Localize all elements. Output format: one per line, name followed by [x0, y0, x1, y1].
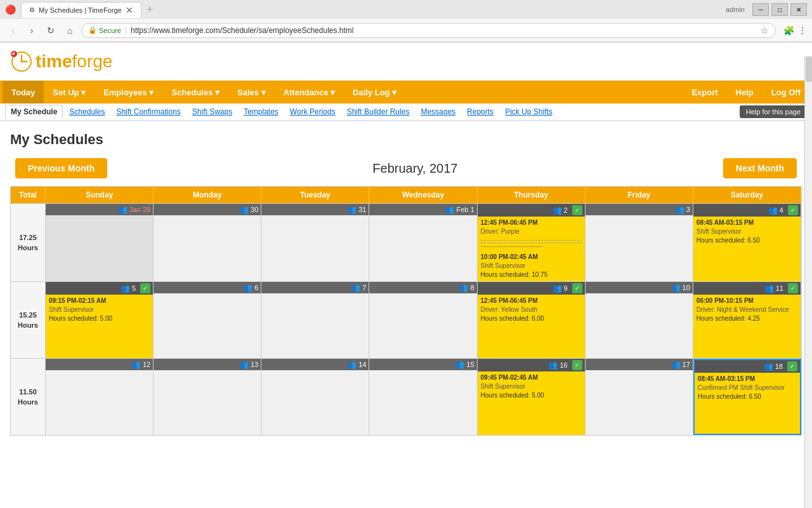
home-btn[interactable]: ⌂ — [62, 23, 77, 38]
people-icon-17: 👥 — [671, 360, 681, 369]
month-year-title: February, 2017 — [372, 161, 457, 176]
people-icon-2: 👥 — [553, 206, 562, 215]
day-11-header: 👥 11 ✓ — [693, 282, 801, 295]
subnav-my-schedule[interactable]: My Schedule — [5, 105, 63, 119]
nav-dailylog[interactable]: Daily Log ▾ — [344, 81, 405, 104]
minimize-btn[interactable]: ─ — [752, 3, 769, 16]
new-tab-btn[interactable]: + — [147, 3, 154, 17]
forward-btn[interactable]: › — [24, 23, 39, 38]
subnav-pickup-shifts[interactable]: Pick Up Shifts — [500, 105, 558, 119]
day-7-num: 7 — [362, 284, 366, 291]
day-8-header: 👥 8 — [369, 282, 476, 293]
day-feb3[interactable]: 👥 3 — [586, 204, 693, 281]
sub-nav: My Schedule Schedules Shift Confirmation… — [0, 104, 812, 121]
logo: timeforge — [10, 50, 112, 73]
day-feb4-num: 4 — [780, 206, 783, 214]
day-31[interactable]: 👥 31 — [261, 204, 369, 281]
week3-total: 11.50 Hours — [11, 359, 46, 435]
week2-total: 15.25 Hours — [11, 282, 46, 358]
col-sunday: Sunday — [46, 187, 154, 203]
separator-2 — [481, 240, 582, 241]
prev-month-btn[interactable]: Previous Month — [15, 158, 107, 178]
people-icon-11: 👥 — [764, 284, 774, 293]
people-icon-30: 👥 — [239, 205, 249, 214]
day-6-header: 👥 6 — [154, 282, 261, 293]
nav-help[interactable]: Help — [727, 81, 763, 104]
day-7[interactable]: 👥 7 — [261, 282, 369, 358]
col-saturday: Saturday — [693, 187, 801, 203]
day-13[interactable]: 👥 13 — [154, 359, 261, 435]
day-8[interactable]: 👥 8 — [369, 282, 477, 358]
nav-setup[interactable]: Set Up ▾ — [44, 81, 95, 104]
day-18[interactable]: 👥 18 ✓ 08:45 AM-03:15 PM Confirmed PM Sh… — [693, 359, 801, 435]
week1-hours-value: 17.25 — [19, 234, 37, 241]
day-jan29[interactable]: 👥 Jan 29 — [46, 204, 154, 281]
day-16-num: 16 — [560, 361, 567, 369]
refresh-btn[interactable]: ↻ — [43, 23, 58, 38]
day-15[interactable]: 👥 15 — [369, 359, 477, 435]
nav-export[interactable]: Export — [683, 81, 726, 104]
nav-attendance[interactable]: Attendance ▾ — [275, 81, 344, 104]
nav-sales[interactable]: Sales ▾ — [228, 81, 275, 104]
people-icon-18: 👥 — [764, 362, 773, 371]
day-31-header: 👥 31 — [261, 204, 369, 215]
subnav-shift-confirmations[interactable]: Shift Confirmations — [111, 105, 185, 119]
subnav-shift-builder-rules[interactable]: Shift Builder Rules — [342, 105, 415, 119]
subnav-work-periods[interactable]: Work Periods — [285, 105, 341, 119]
subnav-templates[interactable]: Templates — [239, 105, 284, 119]
logo-time: time — [36, 51, 72, 71]
maximize-btn[interactable]: □ — [771, 3, 788, 16]
day-feb1[interactable]: 👥 Feb 1 — [369, 204, 477, 281]
url-display[interactable]: https://www.timeforge.com/Scheduler/sa/e… — [131, 26, 354, 35]
confirm-icon-4: ✓ — [788, 205, 798, 215]
close-btn[interactable]: ✕ — [790, 3, 807, 16]
day-5[interactable]: 👥 5 ✓ 09:15 PM-02:15 AM Shift Supervisor… — [46, 282, 154, 358]
help-for-page-btn[interactable]: Help for this page — [740, 105, 807, 118]
scroll-thumb[interactable] — [806, 57, 812, 82]
day-9[interactable]: 👥 9 ✓ 12:45 PM-06:45 PM Driver: Yellow S… — [478, 282, 586, 358]
people-icon-8: 👥 — [459, 283, 468, 292]
nav-employees[interactable]: Employees ▾ — [95, 81, 162, 104]
day-11[interactable]: 👥 11 ✓ 06:00 PM-10:15 PM Driver: Night &… — [693, 282, 801, 358]
next-month-btn[interactable]: Next Month — [723, 158, 797, 178]
col-tuesday: Tuesday — [261, 187, 369, 203]
day-10-num: 10 — [683, 284, 690, 291]
day-10[interactable]: 👥 10 — [586, 282, 693, 358]
day-14[interactable]: 👥 14 — [261, 359, 369, 435]
subnav-messages[interactable]: Messages — [416, 105, 461, 119]
day-15-header: 👥 15 — [369, 359, 476, 370]
day-16[interactable]: 👥 16 ✓ 09:45 PM-02:45 AM Shift Superviso… — [478, 359, 586, 435]
day-feb2-header: 👥 2 ✓ — [478, 204, 585, 217]
subnav-schedules[interactable]: Schedules — [64, 105, 110, 119]
menu-icon[interactable]: ⋮ — [798, 25, 807, 36]
shift-entry-2b: 10:00 PM-02:45 AM Shift Supervisor Hours… — [478, 251, 585, 281]
nav-today[interactable]: Today — [3, 81, 44, 104]
nav-logoff[interactable]: Log Off — [763, 81, 809, 104]
people-icon-10: 👥 — [671, 283, 681, 292]
nav-schedules[interactable]: Schedules ▾ — [162, 81, 228, 104]
day-feb4[interactable]: 👥 4 ✓ 08:45 AM-03:15 PM Shift Supervisor… — [693, 204, 801, 281]
day-feb2[interactable]: 👥 2 ✓ 12:45 PM-06:45 PM Driver: Purple -… — [478, 204, 586, 281]
col-friday: Friday — [586, 187, 693, 203]
subnav-shift-swaps[interactable]: Shift Swaps — [187, 105, 237, 119]
calendar-week-1: 17.25 Hours 👥 Jan 29 👥 30 — [11, 203, 801, 281]
day-12[interactable]: 👥 12 — [46, 359, 154, 435]
subnav-reports[interactable]: Reports — [462, 105, 499, 119]
shift-entry-9: 12:45 PM-06:45 PM Driver: Yellow South H… — [478, 295, 585, 325]
day-9-header: 👥 9 ✓ — [478, 282, 585, 295]
week2-hours-value: 15.25 — [19, 311, 37, 319]
people-icon-15: 👥 — [455, 360, 464, 369]
day-30[interactable]: 👥 30 — [154, 204, 261, 281]
day-13-header: 👥 13 — [154, 359, 261, 370]
back-btn[interactable]: ‹ — [5, 23, 20, 38]
day-17[interactable]: 👥 17 — [586, 359, 693, 435]
day-9-num: 9 — [564, 284, 568, 292]
day-6[interactable]: 👥 6 — [154, 282, 261, 358]
bookmark-icon[interactable]: ☆ — [761, 25, 769, 36]
people-icon-feb1: 👥 — [445, 205, 454, 214]
extensions-icon[interactable]: 🧩 — [783, 25, 794, 36]
scrollbar[interactable] — [804, 56, 812, 436]
people-icon: 👥 — [118, 205, 128, 214]
tab-close-btn[interactable]: ✕ — [126, 5, 133, 15]
people-icon-12: 👥 — [131, 360, 141, 369]
